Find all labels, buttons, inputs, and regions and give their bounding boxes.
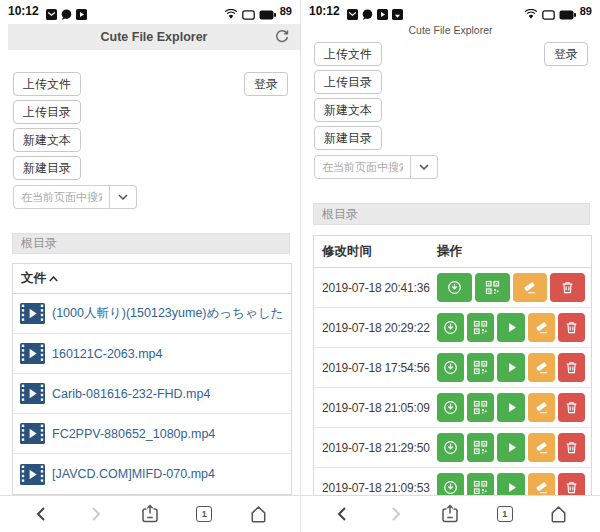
login-button[interactable]: 登录 bbox=[544, 42, 588, 66]
qrcode-button[interactable] bbox=[467, 433, 494, 462]
chat-notification-icon bbox=[362, 6, 373, 17]
trash-icon bbox=[560, 280, 575, 295]
new-dir-button[interactable]: 新建目录 bbox=[13, 156, 81, 180]
delete-button[interactable] bbox=[558, 353, 585, 382]
back-button[interactable] bbox=[29, 502, 53, 526]
play-button[interactable] bbox=[497, 313, 524, 342]
delete-button[interactable] bbox=[558, 313, 585, 342]
action-buttons bbox=[437, 433, 585, 462]
forward-button[interactable] bbox=[84, 502, 108, 526]
chevron-down-icon bbox=[419, 164, 429, 170]
tabs-button[interactable]: 1 bbox=[192, 502, 216, 526]
actions-header: 操作 bbox=[437, 243, 462, 260]
file-link[interactable]: (1000人斬り)(150123yume)めっちゃしたい! bbox=[52, 305, 284, 322]
play-button[interactable] bbox=[497, 433, 524, 462]
download-icon bbox=[443, 440, 458, 455]
new-text-button[interactable]: 新建文本 bbox=[314, 98, 382, 122]
home-button[interactable] bbox=[247, 502, 271, 526]
delete-button[interactable] bbox=[550, 273, 585, 302]
new-text-button[interactable]: 新建文本 bbox=[13, 128, 81, 152]
breadcrumb-root: 根目录 bbox=[12, 233, 290, 254]
download-icon bbox=[447, 280, 462, 295]
qrcode-button[interactable] bbox=[467, 353, 494, 382]
rename-eraser-icon bbox=[534, 320, 549, 335]
trash-icon bbox=[564, 480, 579, 495]
rename-eraser-icon bbox=[534, 400, 549, 415]
file-link[interactable]: Carib-081616-232-FHD.mp4 bbox=[52, 387, 210, 401]
battery-percent: 89 bbox=[280, 5, 292, 17]
forward-button[interactable] bbox=[384, 502, 408, 526]
rename-button[interactable] bbox=[528, 393, 555, 422]
search-row bbox=[13, 185, 137, 209]
refresh-icon[interactable] bbox=[274, 29, 290, 45]
file-row: 160121C-2063.mp4 bbox=[13, 334, 291, 374]
search-options-button[interactable] bbox=[110, 185, 137, 209]
file-link[interactable]: FC2PPV-880652_1080p.mp4 bbox=[52, 427, 215, 441]
play-button[interactable] bbox=[497, 353, 524, 382]
table-row: 2019-07-18 21:05:09 bbox=[314, 388, 591, 428]
qrcode-button[interactable] bbox=[475, 273, 510, 302]
qrcode-icon bbox=[473, 480, 488, 495]
sort-asc-icon bbox=[49, 276, 58, 282]
rename-button[interactable] bbox=[528, 313, 555, 342]
action-buttons bbox=[437, 273, 585, 302]
qrcode-button[interactable] bbox=[467, 313, 494, 342]
download-button[interactable] bbox=[437, 393, 464, 422]
search-row bbox=[314, 155, 438, 179]
search-input[interactable] bbox=[13, 185, 110, 209]
login-button[interactable]: 登录 bbox=[244, 72, 288, 96]
rename-button[interactable] bbox=[528, 353, 555, 382]
rename-button[interactable] bbox=[513, 273, 548, 302]
play-button[interactable] bbox=[497, 393, 524, 422]
tabs-button[interactable]: 1 bbox=[493, 502, 517, 526]
search-options-button[interactable] bbox=[411, 155, 438, 179]
file-link[interactable]: [JAVCD.COM]MIFD-070.mp4 bbox=[52, 467, 215, 481]
status-bar: 10:12 89 bbox=[0, 0, 300, 22]
download-button[interactable] bbox=[437, 273, 472, 302]
video-file-icon bbox=[20, 464, 45, 485]
modified-time: 2019-07-18 17:54:56 bbox=[314, 361, 437, 375]
action-buttons bbox=[437, 313, 585, 342]
rename-button[interactable] bbox=[528, 433, 555, 462]
download-button[interactable] bbox=[437, 433, 464, 462]
time-table: 修改时间 操作 2019-07-18 20:41:36 2019-07-18 2… bbox=[313, 235, 592, 509]
file-row: FC2PPV-880652_1080p.mp4 bbox=[13, 414, 291, 454]
mail-notification-icon bbox=[347, 6, 358, 17]
screen-right: 10:12 89 Cute File Explorer 上传文件 登录 bbox=[300, 0, 600, 532]
trash-icon bbox=[564, 400, 579, 415]
file-table: 文件 (1000人斬り)(150123yume)めっちゃしたい! bbox=[12, 263, 292, 495]
mail-notification-icon bbox=[46, 6, 57, 17]
new-dir-button[interactable]: 新建目录 bbox=[314, 126, 382, 150]
rename-eraser-icon bbox=[534, 440, 549, 455]
share-button[interactable] bbox=[138, 502, 162, 526]
file-link[interactable]: 160121C-2063.mp4 bbox=[52, 347, 163, 361]
modified-time: 2019-07-18 21:05:09 bbox=[314, 401, 437, 415]
video-file-icon bbox=[20, 343, 45, 364]
qrcode-button[interactable] bbox=[467, 393, 494, 422]
browser-nav-bar: 1 bbox=[301, 495, 600, 532]
upload-file-button[interactable]: 上传文件 bbox=[13, 72, 81, 96]
download-icon bbox=[443, 320, 458, 335]
modified-time: 2019-07-18 21:09:53 bbox=[314, 481, 437, 495]
home-button[interactable] bbox=[547, 502, 571, 526]
breadcrumb-root: 根目录 bbox=[313, 203, 590, 225]
table-row: 2019-07-18 20:29:22 bbox=[314, 308, 591, 348]
back-button[interactable] bbox=[330, 502, 354, 526]
rename-eraser-icon bbox=[534, 360, 549, 375]
qrcode-icon bbox=[473, 400, 488, 415]
table-row: 2019-07-18 20:41:36 bbox=[314, 268, 591, 308]
upload-dir-button[interactable]: 上传目录 bbox=[13, 100, 81, 124]
upload-dir-button[interactable]: 上传目录 bbox=[314, 70, 382, 94]
qrcode-icon bbox=[473, 360, 488, 375]
download-button[interactable] bbox=[437, 313, 464, 342]
search-input[interactable] bbox=[314, 155, 411, 179]
download-button[interactable] bbox=[437, 353, 464, 382]
delete-button[interactable] bbox=[558, 433, 585, 462]
share-button[interactable] bbox=[438, 502, 462, 526]
play-icon bbox=[504, 320, 519, 335]
upload-file-button[interactable]: 上传文件 bbox=[314, 42, 382, 66]
delete-button[interactable] bbox=[558, 393, 585, 422]
status-bar: 10:12 89 bbox=[301, 0, 600, 22]
table-header-row: 修改时间 操作 bbox=[314, 236, 591, 268]
file-column-header[interactable]: 文件 bbox=[13, 264, 291, 294]
